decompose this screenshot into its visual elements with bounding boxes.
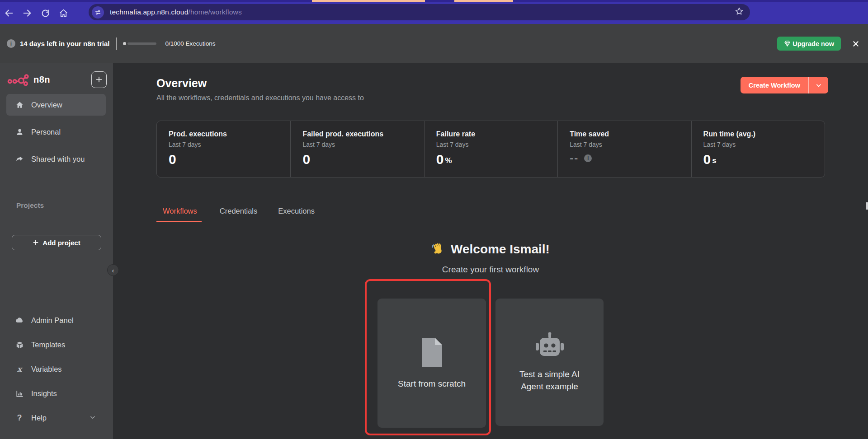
create-workflow-label: Create Workflow xyxy=(749,82,800,89)
stats-summary-bar: Prod. executions Last 7 days 0 Failed pr… xyxy=(156,121,825,177)
sidebar-item-shared-with-you[interactable]: Shared with you xyxy=(6,148,106,170)
url-path: /home/workflows xyxy=(189,8,242,16)
sidebar-item-label: Insights xyxy=(31,389,57,398)
sidebar-item-overview[interactable]: Overview xyxy=(6,94,106,116)
sidebar: n8n Overview Personal Shared with you Pr… xyxy=(0,63,113,439)
add-project-button[interactable]: Add project xyxy=(12,235,101,250)
plus-icon xyxy=(33,239,39,246)
star-icon xyxy=(735,7,744,16)
stat-title: Failure rate xyxy=(436,130,557,138)
ai-agent-example-card[interactable]: Test a simple AI Agent example xyxy=(495,299,604,426)
url-text[interactable]: techmafia.app.n8n.cloud/home/workflows xyxy=(110,8,242,16)
sidebar-item-label: Admin Panel xyxy=(31,316,74,325)
stat-period: Last 7 days xyxy=(436,141,557,148)
stat-title: Run time (avg.) xyxy=(703,130,825,138)
sidebar-collapse-button[interactable]: ‹ xyxy=(107,264,119,276)
browser-tab-strip xyxy=(312,0,425,2)
reload-icon xyxy=(41,9,50,18)
page-title: Overview xyxy=(156,77,207,90)
chevron-down-icon xyxy=(90,414,96,422)
stat-value: 0 xyxy=(169,152,176,167)
executions-quota-text: 0/1000 Executions xyxy=(165,40,215,47)
card-label: Start from scratch xyxy=(398,378,466,390)
stat-value: 0 xyxy=(302,152,310,167)
tab-credentials[interactable]: Credentials xyxy=(217,207,260,222)
create-workflow-button[interactable]: Create Workflow xyxy=(741,77,808,93)
banner-close-button[interactable] xyxy=(849,37,863,51)
close-icon xyxy=(852,40,859,47)
new-workflow-button[interactable] xyxy=(91,71,107,88)
add-project-label: Add project xyxy=(42,239,80,247)
sidebar-item-insights[interactable]: Insights xyxy=(6,384,106,402)
document-icon xyxy=(419,337,445,368)
stat-period: Last 7 days xyxy=(570,141,691,148)
n8n-logo-icon xyxy=(7,73,30,86)
stat-prod-executions: Prod. executions Last 7 days 0 xyxy=(157,121,290,177)
bookmark-button[interactable] xyxy=(735,7,744,18)
main-scrollbar-thumb[interactable] xyxy=(866,202,868,210)
gem-icon xyxy=(784,40,791,47)
executions-progress-dot xyxy=(123,42,126,45)
info-icon[interactable]: i xyxy=(584,154,592,162)
projects-section-label: Projects xyxy=(16,201,113,210)
stat-failure-rate: Failure rate Last 7 days 0% xyxy=(424,121,557,177)
question-mark-icon: ? xyxy=(14,413,24,423)
reload-button[interactable] xyxy=(36,4,54,22)
welcome-title: Welcome Ismail! xyxy=(451,242,550,257)
stat-run-time-avg: Run time (avg.) Last 7 days 0s xyxy=(691,121,825,177)
trial-banner: i 14 days left in your n8n trial 0/1000 … xyxy=(0,24,868,63)
sidebar-item-label: Personal xyxy=(31,128,61,136)
stat-period: Last 7 days xyxy=(169,141,290,148)
sidebar-item-personal[interactable]: Personal xyxy=(6,121,106,143)
cloud-icon xyxy=(14,316,24,325)
person-icon xyxy=(14,128,24,136)
stat-failed-prod-executions: Failed prod. executions Last 7 days 0 xyxy=(290,121,424,177)
info-icon: i xyxy=(7,39,15,48)
forward-button[interactable] xyxy=(18,4,36,22)
stat-time-saved: Time saved Last 7 days --i xyxy=(557,121,691,177)
chevron-down-icon xyxy=(816,82,822,89)
stat-value: -- xyxy=(570,152,579,164)
share-arrow-icon xyxy=(14,155,24,163)
stat-value: 0 xyxy=(436,152,444,167)
sidebar-item-label: Help xyxy=(31,414,47,422)
sidebar-item-label: Shared with you xyxy=(31,155,85,163)
sidebar-item-help[interactable]: ? Help xyxy=(6,409,106,427)
chevron-left-icon: ‹ xyxy=(112,266,114,274)
variable-x-icon: x xyxy=(14,364,24,374)
home-icon xyxy=(59,9,68,18)
sidebar-item-label: Overview xyxy=(31,101,62,109)
tab-workflows[interactable]: Workflows xyxy=(156,207,202,222)
stat-unit: % xyxy=(445,156,452,165)
sidebar-item-variables[interactable]: x Variables xyxy=(6,360,106,378)
stat-unit: s xyxy=(712,156,716,165)
welcome-section: Welcome Ismail! Create your first workfl… xyxy=(113,242,868,275)
page-subtitle: All the workflows, credentials and execu… xyxy=(156,94,364,102)
sidebar-item-admin-panel[interactable]: Admin Panel xyxy=(6,311,106,329)
waving-hand-icon xyxy=(431,243,445,256)
sidebar-item-templates[interactable]: Templates xyxy=(6,336,106,354)
start-from-scratch-card[interactable]: Start from scratch xyxy=(377,299,486,428)
url-host: techmafia.app.n8n.cloud xyxy=(110,8,189,16)
sidebar-item-label: Templates xyxy=(31,341,65,349)
trial-days-text: 14 days left in your n8n trial xyxy=(20,40,109,47)
window-top-strip xyxy=(0,0,868,2)
robot-icon xyxy=(535,332,565,358)
card-label: Test a simple AI Agent example xyxy=(508,368,591,392)
create-workflow-dropdown-button[interactable] xyxy=(808,77,828,93)
forward-arrow-icon xyxy=(22,8,32,18)
upgrade-label: Upgrade now xyxy=(793,40,834,47)
site-settings-button[interactable] xyxy=(92,6,104,19)
banner-divider xyxy=(116,37,117,50)
stat-title: Time saved xyxy=(570,130,691,138)
tab-executions[interactable]: Executions xyxy=(275,207,317,222)
stat-period: Last 7 days xyxy=(302,141,424,148)
upgrade-now-button[interactable]: Upgrade now xyxy=(777,37,841,51)
stat-title: Prod. executions xyxy=(169,130,290,138)
back-button[interactable] xyxy=(0,4,18,22)
home-button[interactable] xyxy=(54,4,72,22)
package-icon xyxy=(14,341,24,349)
back-arrow-icon xyxy=(4,8,14,18)
address-bar[interactable]: techmafia.app.n8n.cloud/home/workflows xyxy=(89,4,750,20)
browser-tab-strip xyxy=(454,0,513,2)
